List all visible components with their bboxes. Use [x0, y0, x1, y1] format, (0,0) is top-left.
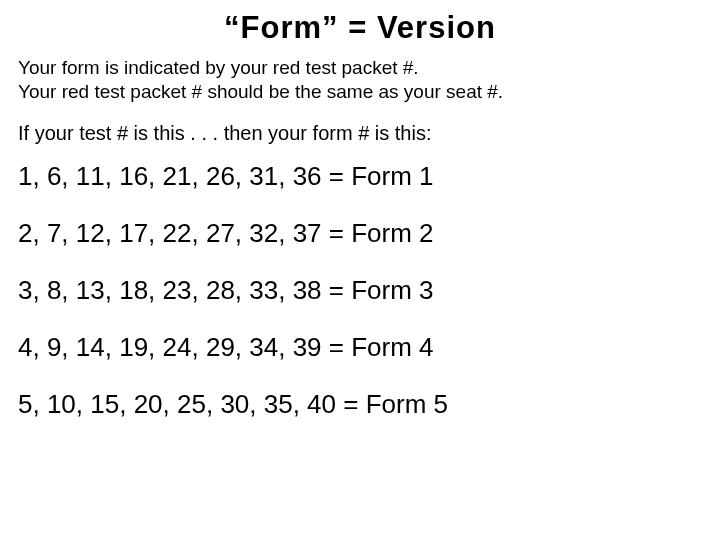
- intro-line-2: Your red test packet # should be the sam…: [18, 80, 702, 104]
- lead-line: If your test # is this . . . then your f…: [18, 122, 702, 145]
- form-row-3: 3, 8, 13, 18, 23, 28, 33, 38 = Form 3: [18, 275, 702, 306]
- form-row-2: 2, 7, 12, 17, 22, 27, 32, 37 = Form 2: [18, 218, 702, 249]
- form-row-4: 4, 9, 14, 19, 24, 29, 34, 39 = Form 4: [18, 332, 702, 363]
- slide-title: “Form” = Version: [18, 10, 702, 46]
- slide: “Form” = Version Your form is indicated …: [0, 0, 720, 540]
- intro-block: Your form is indicated by your red test …: [18, 56, 702, 104]
- form-row-1: 1, 6, 11, 16, 21, 26, 31, 36 = Form 1: [18, 161, 702, 192]
- form-row-5: 5, 10, 15, 20, 25, 30, 35, 40 = Form 5: [18, 389, 702, 420]
- intro-line-1: Your form is indicated by your red test …: [18, 56, 702, 80]
